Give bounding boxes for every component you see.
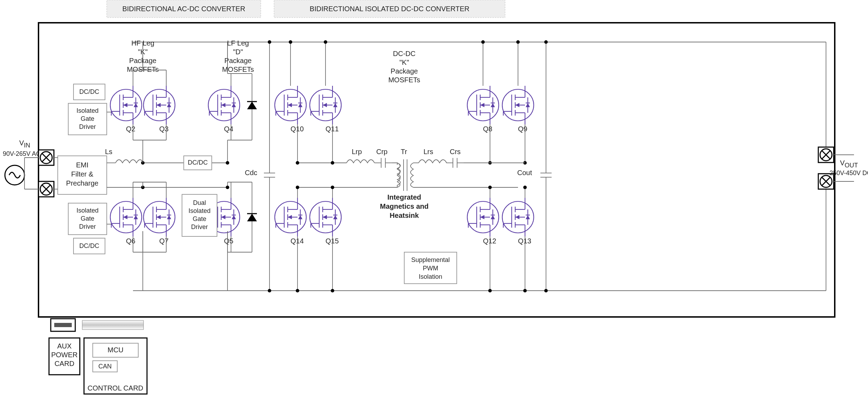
dc-title-3: MOSFETs — [388, 76, 420, 84]
svg-point-103 — [296, 289, 299, 292]
banner-dcdc-label: BIDIRECTIONAL ISOLATED DC-DC CONVERTER — [310, 5, 469, 13]
tr-label: Tr — [401, 148, 407, 155]
diode-top — [247, 93, 257, 117]
ac-source-icon — [5, 165, 24, 185]
banner-acdc-label: BIDIRECTIONAL AC-DC CONVERTER — [122, 5, 245, 13]
mosfet-q10 — [275, 86, 306, 124]
svg-point-101 — [289, 40, 292, 44]
can-label: CAN — [98, 363, 112, 370]
cdc-label: Cdc — [245, 169, 257, 177]
vin-label: VIN 90V-265V AC — [3, 139, 41, 157]
q9-label: Q9 — [518, 125, 527, 133]
input-terminal-top — [38, 150, 54, 165]
cap-crp — [374, 158, 392, 168]
gd-top-2: Driver — [79, 123, 96, 130]
gd-bot-1: Gate — [80, 215, 94, 222]
mosfet-q8 — [467, 86, 499, 124]
gd-top-0: Isolated — [76, 107, 98, 114]
output-terminal-top — [818, 147, 834, 163]
q15-label: Q15 — [326, 237, 339, 245]
dual-1: Isolated — [188, 207, 210, 214]
lf-title-3: MOSFETs — [222, 65, 254, 73]
lrs-label: Lrs — [424, 148, 433, 155]
header-connector — [82, 320, 144, 330]
mosfet-q3 — [144, 86, 175, 124]
dcdc1-label: DC/DC — [79, 88, 99, 95]
q13-label: Q13 — [518, 237, 531, 245]
svg-point-131 — [481, 40, 485, 44]
lf-title-1: "D" — [233, 48, 243, 56]
mosfet-q6 — [110, 198, 142, 236]
aux-0: AUX — [57, 342, 71, 350]
svg-point-92 — [268, 289, 271, 292]
svg-point-84 — [226, 186, 229, 189]
emi-label-0: EMI — [76, 161, 89, 169]
crs-label: Crs — [450, 148, 461, 155]
svg-point-142 — [544, 40, 548, 44]
aux-2: CARD — [55, 360, 75, 367]
dcdc2-label: DC/DC — [79, 242, 99, 249]
mosfet-q15 — [310, 198, 341, 236]
svg-text:VOUT: VOUT — [840, 159, 858, 169]
q4-label: Q4 — [224, 125, 233, 133]
gd-bot-0: Isolated — [76, 207, 98, 214]
svg-point-134 — [523, 289, 527, 292]
ls-label: Ls — [105, 148, 112, 155]
diode-bot — [247, 205, 257, 229]
q11-label: Q11 — [326, 125, 339, 133]
crp-label: Crp — [376, 148, 387, 155]
svg-text:250V-450V DC: 250V-450V DC — [830, 170, 868, 177]
svg-rect-150 — [54, 323, 72, 327]
input-terminal-bot — [38, 181, 54, 197]
svg-text:VIN: VIN — [19, 139, 30, 149]
mosfet-q13 — [502, 198, 534, 236]
svg-point-104 — [331, 289, 334, 292]
q3-label: Q3 — [159, 125, 169, 133]
svg-point-138 — [523, 186, 527, 189]
svg-point-143 — [544, 289, 548, 292]
mosfet-q9 — [502, 86, 534, 124]
q10-label: Q10 — [290, 125, 304, 133]
emi-label-2: Precharge — [66, 179, 98, 187]
mosfet-q14 — [275, 198, 306, 236]
pwm-0: Supplemental — [411, 256, 450, 263]
banner-dcdc: BIDIRECTIONAL ISOLATED DC-DC CONVERTER — [274, 0, 505, 18]
mosfet-q4 — [208, 86, 240, 124]
svg-text:90V-265V AC: 90V-265V AC — [3, 150, 41, 157]
mosfet-q2 — [110, 86, 142, 124]
mcu-label: MCU — [107, 346, 124, 354]
lf-title-2: Package — [224, 57, 252, 64]
q6-label: Q6 — [126, 237, 135, 245]
transformer — [378, 159, 455, 191]
svg-point-91 — [268, 40, 271, 44]
dual-2: Gate — [192, 215, 206, 222]
q8-label: Q8 — [483, 125, 492, 133]
svg-point-107 — [296, 161, 299, 165]
q2-label: Q2 — [126, 125, 135, 133]
dcdc3-label: DC/DC — [188, 159, 208, 166]
svg-point-137 — [488, 186, 492, 189]
schematic: BIDIRECTIONAL AC-DC CONVERTER BIDIRECTIO… — [0, 0, 868, 401]
q14-label: Q14 — [290, 237, 304, 245]
svg-point-133 — [488, 289, 492, 292]
gd-bot-2: Driver — [79, 223, 96, 230]
dc-title-2: Package — [391, 67, 418, 75]
control-card-label: CONTROL CARD — [88, 384, 143, 392]
pwm-2: Isolation — [419, 273, 442, 280]
q5-label: Q5 — [224, 237, 233, 245]
dc-title-0: DC-DC — [393, 50, 415, 57]
lrp-label: Lrp — [352, 148, 362, 155]
inductor-lrs — [419, 160, 447, 163]
inductor-ls — [115, 160, 144, 163]
mag-2: Heatsink — [390, 212, 419, 219]
q7-label: Q7 — [159, 237, 169, 245]
cap-cdc — [264, 165, 275, 186]
pwm-1: PWM — [423, 265, 438, 272]
dc-title-1: "K" — [399, 58, 409, 66]
banner-acdc: BIDIRECTIONAL AC-DC CONVERTER — [107, 0, 261, 18]
gd-top-1: Gate — [80, 115, 94, 122]
svg-point-132 — [516, 40, 520, 44]
mosfet-q12 — [467, 198, 499, 236]
mag-1: Magnetics and — [380, 202, 429, 210]
dual-3: Driver — [191, 223, 208, 230]
